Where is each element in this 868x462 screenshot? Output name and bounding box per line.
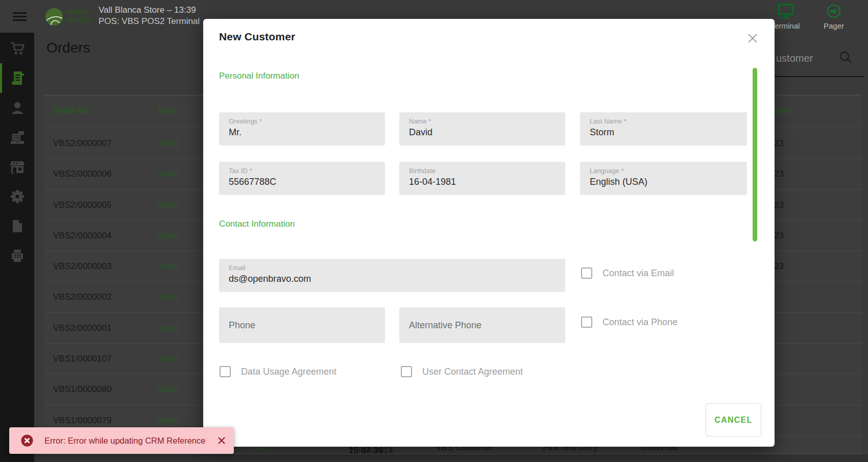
tax-id-field[interactable]: Tax ID * 55667788C	[219, 162, 385, 195]
sidebar-item-cash-management[interactable]	[0, 123, 34, 152]
pos-subtitle: POS: VBS POS2 Terminal	[99, 16, 200, 27]
person-icon	[10, 101, 25, 115]
sidebar-item-orders[interactable]	[0, 63, 34, 93]
sidebar-item-customers[interactable]	[0, 93, 34, 123]
pager-button[interactable]: Pager	[816, 2, 852, 32]
error-circle-icon	[21, 434, 33, 447]
logo-line2: VALLEY	[66, 16, 92, 24]
screen: WHITE VALLEY Vall Blanca Store – 13:39 P…	[0, 0, 868, 462]
cash-register-icon	[9, 130, 26, 144]
last-name-field[interactable]: Last Name * Storm	[580, 112, 747, 145]
phone-field[interactable]: Phone	[219, 307, 385, 343]
logo-line1: WHITE	[66, 9, 92, 16]
contact-via-email-checkbox[interactable]: Contact via Email	[581, 268, 674, 279]
printer-icon	[10, 249, 25, 262]
checkbox-icon	[220, 366, 231, 377]
hamburger-menu-icon[interactable]	[13, 12, 27, 21]
window-title: Vall Blanca Store – 13:39 POS: VBS POS2 …	[99, 5, 200, 27]
user-contact-agreement-checkbox[interactable]: User Contact Agreement	[401, 366, 523, 377]
search-icon[interactable]	[839, 51, 852, 64]
page-title: Orders	[46, 40, 90, 56]
data-usage-agreement-checkbox[interactable]: Data Usage Agreement	[220, 366, 336, 377]
search-input[interactable]: ustomer	[776, 53, 813, 64]
greetings-field[interactable]: Greetings * Mr.	[219, 112, 385, 145]
white-valley-logo: WHITE VALLEY	[44, 7, 98, 27]
sidebar	[0, 33, 34, 462]
terminal-icon	[777, 3, 794, 19]
checkbox-icon	[581, 268, 592, 279]
modal-scrollbar-thumb[interactable]	[753, 68, 757, 241]
sidebar-item-documents[interactable]	[0, 211, 34, 241]
snackbar-close-icon[interactable]	[218, 436, 226, 445]
column-header-type: Type	[157, 106, 175, 115]
section-personal-information: Personal Information	[219, 71, 299, 81]
sidebar-item-printer[interactable]	[0, 241, 34, 271]
receipt-icon	[10, 70, 25, 86]
pager-icon	[827, 4, 841, 18]
column-header-order-no: Order No	[53, 106, 88, 115]
sidebar-item-settings[interactable]	[0, 182, 34, 211]
alternative-phone-field[interactable]: Alternative Phone	[399, 307, 565, 343]
name-field[interactable]: Name * David	[399, 112, 565, 145]
language-field[interactable]: Language * English (USA)	[580, 162, 747, 195]
error-snackbar: Error: Error while updating CRM Referenc…	[9, 427, 234, 454]
checkbox-icon	[401, 366, 412, 377]
sidebar-item-store[interactable]	[0, 152, 34, 182]
modal-title: New Customer	[219, 31, 295, 43]
birthdate-field[interactable]: Birthdate 16-04-1981	[399, 162, 565, 195]
cancel-button[interactable]: CANCEL	[706, 403, 761, 436]
store-title: Vall Blanca Store – 13:39	[99, 5, 200, 16]
checkbox-icon	[581, 317, 592, 328]
error-message: Error: Error while updating CRM Referenc…	[44, 436, 205, 446]
cart-icon	[10, 41, 25, 56]
section-contact-information: Contact Information	[219, 219, 295, 229]
email-field[interactable]: Email ds@openbravo.com	[219, 259, 565, 292]
close-icon[interactable]	[747, 33, 758, 44]
store-icon	[10, 160, 25, 174]
new-customer-modal: New Customer Personal Information Greeti…	[203, 19, 775, 447]
pager-label: Pager	[824, 21, 844, 30]
page-footer-strip	[34, 454, 868, 462]
contact-via-phone-checkbox[interactable]: Contact via Phone	[581, 317, 678, 328]
gear-icon	[10, 189, 25, 204]
document-icon	[11, 219, 23, 233]
logo-globe-icon	[44, 7, 64, 27]
sidebar-item-sales[interactable]	[0, 34, 34, 63]
terminal-label: Terminal	[771, 21, 800, 30]
column-header-date: Date	[773, 106, 791, 115]
